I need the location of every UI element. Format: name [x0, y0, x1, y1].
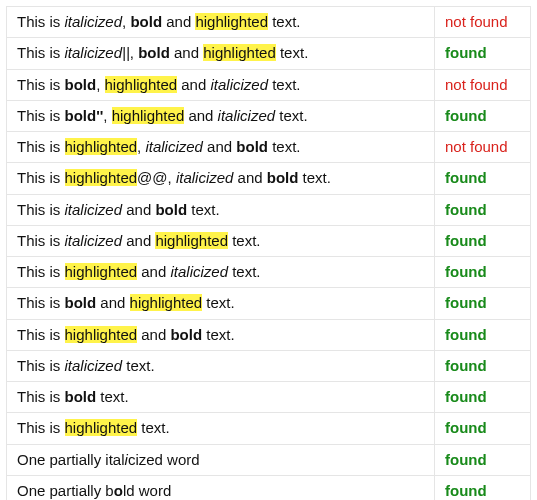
- text-segment: This is: [17, 13, 65, 30]
- text-segment: italicized: [65, 201, 123, 218]
- status-found: found: [445, 451, 487, 468]
- text-segment: and: [137, 326, 170, 343]
- text-segment: italicized: [65, 357, 123, 374]
- text-segment: This is: [17, 76, 65, 93]
- table-row: This is italicized, bold and highlighted…: [7, 7, 531, 38]
- text-segment: text.: [276, 44, 309, 61]
- status-cell: found: [435, 350, 531, 381]
- status-cell: found: [435, 225, 531, 256]
- text-segment: highlighted: [65, 419, 138, 436]
- text-segment: highlighted: [130, 294, 203, 311]
- table-row: This is italicized and highlighted text.…: [7, 225, 531, 256]
- text-segment: This is: [17, 44, 65, 61]
- text-cell: This is italicized and bold text.: [7, 194, 435, 225]
- status-cell: not found: [435, 69, 531, 100]
- text-segment: text.: [228, 263, 261, 280]
- status-found: found: [445, 44, 487, 61]
- text-segment: italicized: [210, 76, 268, 93]
- status-found: found: [445, 326, 487, 343]
- text-segment: highlighted: [65, 138, 138, 155]
- status-cell: found: [435, 288, 531, 319]
- text-cell: One partially italicized word: [7, 444, 435, 475]
- status-not-found: not found: [445, 13, 508, 30]
- status-found: found: [445, 419, 487, 436]
- text-segment: italicized: [170, 263, 228, 280]
- text-segment: highlighted: [105, 76, 178, 93]
- text-cell: This is italicized text.: [7, 350, 435, 381]
- text-segment: ld word: [123, 482, 171, 499]
- text-segment: italicized||: [65, 44, 130, 61]
- text-segment: highlighted: [203, 44, 276, 61]
- status-cell: found: [435, 257, 531, 288]
- status-cell: found: [435, 100, 531, 131]
- table-row: One partially italicized wordfound: [7, 444, 531, 475]
- text-segment: This is: [17, 388, 65, 405]
- status-cell: found: [435, 194, 531, 225]
- text-segment: and: [137, 263, 170, 280]
- text-segment: text.: [298, 169, 331, 186]
- table-row: This is highlighted and italicized text.…: [7, 257, 531, 288]
- text-cell: This is highlighted text.: [7, 413, 435, 444]
- status-found: found: [445, 232, 487, 249]
- text-segment: text.: [268, 138, 301, 155]
- status-cell: found: [435, 38, 531, 69]
- status-found: found: [445, 357, 487, 374]
- text-segment: text.: [275, 107, 308, 124]
- status-found: found: [445, 482, 487, 499]
- status-cell: found: [435, 475, 531, 500]
- text-segment: text.: [202, 326, 235, 343]
- text-cell: This is highlighted and bold text.: [7, 319, 435, 350]
- text-cell: This is highlighted@@, italicized and bo…: [7, 163, 435, 194]
- text-segment: text.: [187, 201, 220, 218]
- text-segment: and: [203, 138, 236, 155]
- text-segment: and: [177, 76, 210, 93]
- table-row: This is italicized text.found: [7, 350, 531, 381]
- text-segment: bold: [65, 76, 97, 93]
- text-segment: and: [122, 232, 155, 249]
- table-row: This is highlighted and bold text.found: [7, 319, 531, 350]
- text-segment: highlighted: [65, 263, 138, 280]
- text-segment: bold: [267, 169, 299, 186]
- table-row: This is highlighted, italicized and bold…: [7, 132, 531, 163]
- text-segment: bold: [236, 138, 268, 155]
- text-cell: This is bold, highlighted and italicized…: [7, 69, 435, 100]
- text-segment: italicized: [65, 13, 123, 30]
- text-segment: bold: [155, 201, 187, 218]
- text-segment: This is: [17, 263, 65, 280]
- text-segment: One partially b: [17, 482, 114, 499]
- table-row: This is italicized||, bold and highlight…: [7, 38, 531, 69]
- status-found: found: [445, 388, 487, 405]
- text-cell: This is italicized, bold and highlighted…: [7, 7, 435, 38]
- text-segment: italicized: [218, 107, 276, 124]
- text-cell: This is highlighted, italicized and bold…: [7, 132, 435, 163]
- text-segment: text.: [268, 13, 301, 30]
- text-segment: This is: [17, 419, 65, 436]
- table-row: One partially bold wordfound: [7, 475, 531, 500]
- text-segment: This is: [17, 107, 65, 124]
- text-segment: ,: [130, 44, 138, 61]
- text-cell: This is bold text.: [7, 382, 435, 413]
- text-segment: text.: [122, 357, 155, 374]
- status-found: found: [445, 169, 487, 186]
- table-row: This is highlighted@@, italicized and bo…: [7, 163, 531, 194]
- text-segment: text.: [137, 419, 170, 436]
- text-segment: and: [96, 294, 129, 311]
- status-found: found: [445, 107, 487, 124]
- status-cell: found: [435, 382, 531, 413]
- text-segment: ,: [103, 107, 111, 124]
- results-table-body: This is italicized, bold and highlighted…: [7, 7, 531, 501]
- text-segment: text.: [202, 294, 235, 311]
- status-not-found: not found: [445, 138, 508, 155]
- text-segment: bold: [170, 326, 202, 343]
- text-segment: This is: [17, 169, 65, 186]
- status-found: found: [445, 294, 487, 311]
- text-segment: bold: [65, 294, 97, 311]
- text-segment: highlighted: [65, 169, 138, 186]
- text-segment: and: [170, 44, 203, 61]
- text-segment: and: [162, 13, 195, 30]
- text-segment: bold: [65, 388, 97, 405]
- text-cell: This is italicized||, bold and highlight…: [7, 38, 435, 69]
- text-segment: This is: [17, 294, 65, 311]
- text-segment: text.: [268, 76, 301, 93]
- text-cell: One partially bold word: [7, 475, 435, 500]
